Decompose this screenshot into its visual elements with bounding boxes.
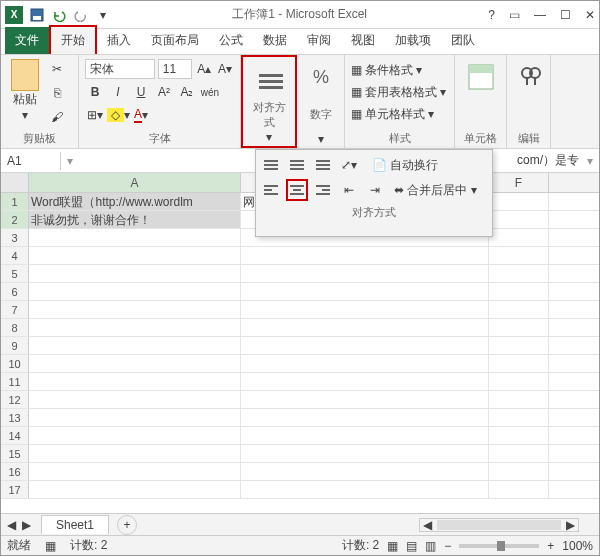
- cut-icon[interactable]: ✂: [47, 59, 67, 79]
- horizontal-scrollbar[interactable]: ◀ ▶: [419, 518, 579, 532]
- save-icon[interactable]: [29, 7, 45, 23]
- cell[interactable]: [29, 319, 241, 336]
- cell[interactable]: [489, 391, 549, 408]
- cell[interactable]: [241, 445, 489, 462]
- copy-icon[interactable]: ⎘: [47, 83, 67, 103]
- help-icon[interactable]: ?: [488, 8, 495, 22]
- group-cells[interactable]: 单元格: [455, 55, 507, 148]
- cell[interactable]: [489, 301, 549, 318]
- cell[interactable]: [489, 193, 549, 210]
- cell[interactable]: [241, 391, 489, 408]
- number-dropdown-icon[interactable]: ▾: [303, 132, 338, 146]
- qat-dropdown-icon[interactable]: ▾: [95, 7, 111, 23]
- sheet-nav-prev-icon[interactable]: ◀: [7, 518, 16, 532]
- cell[interactable]: [241, 481, 489, 498]
- row-header[interactable]: 14: [1, 427, 29, 444]
- align-middle-icon[interactable]: [286, 154, 308, 176]
- cell[interactable]: 非诚勿扰，谢谢合作！: [29, 211, 241, 228]
- cell[interactable]: [489, 265, 549, 282]
- tab-insert[interactable]: 插入: [97, 27, 141, 54]
- name-box[interactable]: A1: [1, 152, 61, 170]
- subscript-button[interactable]: A₂: [177, 82, 197, 102]
- underline-button[interactable]: U: [131, 82, 151, 102]
- cell[interactable]: [489, 427, 549, 444]
- cell[interactable]: [29, 301, 241, 318]
- paste-dropdown-icon[interactable]: ▾: [7, 108, 43, 122]
- cell[interactable]: [489, 283, 549, 300]
- sheet-nav-next-icon[interactable]: ▶: [22, 518, 31, 532]
- format-painter-icon[interactable]: 🖌: [47, 107, 67, 127]
- row-header[interactable]: 16: [1, 463, 29, 480]
- cell[interactable]: [29, 247, 241, 264]
- add-sheet-button[interactable]: +: [117, 515, 137, 535]
- cell[interactable]: [241, 301, 489, 318]
- close-icon[interactable]: ✕: [585, 8, 595, 22]
- row-header[interactable]: 9: [1, 337, 29, 354]
- merge-center-button[interactable]: ⬌ 合并后居中 ▾: [394, 182, 477, 199]
- view-pagebreak-icon[interactable]: ▥: [425, 539, 436, 553]
- cell[interactable]: [241, 355, 489, 372]
- row-header[interactable]: 5: [1, 265, 29, 282]
- conditional-format-button[interactable]: ▦条件格式▾: [351, 59, 448, 81]
- tab-review[interactable]: 审阅: [297, 27, 341, 54]
- zoom-level[interactable]: 100%: [562, 539, 593, 553]
- orientation-icon[interactable]: ⤢▾: [338, 154, 360, 176]
- align-bottom-icon[interactable]: [312, 154, 334, 176]
- cell[interactable]: [241, 373, 489, 390]
- cell[interactable]: [241, 409, 489, 426]
- align-right-icon[interactable]: [312, 179, 334, 201]
- fill-color-button[interactable]: ◇▾: [108, 105, 128, 125]
- increase-font-icon[interactable]: A▴: [195, 59, 213, 79]
- align-top-icon[interactable]: [260, 154, 282, 176]
- cell[interactable]: [29, 409, 241, 426]
- cell[interactable]: [489, 247, 549, 264]
- tab-home[interactable]: 开始: [49, 25, 97, 54]
- namebox-dropdown-icon[interactable]: ▾: [61, 154, 79, 168]
- maximize-icon[interactable]: ☐: [560, 8, 571, 22]
- row-header[interactable]: 4: [1, 247, 29, 264]
- row-header[interactable]: 13: [1, 409, 29, 426]
- decrease-indent-icon[interactable]: ⇤: [338, 179, 360, 201]
- paste-button[interactable]: 粘贴 ▾: [7, 59, 43, 127]
- cell[interactable]: [489, 481, 549, 498]
- zoom-out-icon[interactable]: −: [444, 539, 451, 553]
- align-center-icon[interactable]: [286, 179, 308, 201]
- cell[interactable]: [29, 229, 241, 246]
- tab-formula[interactable]: 公式: [209, 27, 253, 54]
- cell[interactable]: [29, 373, 241, 390]
- select-all-corner[interactable]: [1, 173, 29, 192]
- row-header[interactable]: 2: [1, 211, 29, 228]
- col-header-A[interactable]: A: [29, 173, 241, 192]
- tab-file[interactable]: 文件: [5, 27, 49, 54]
- font-color-button[interactable]: A▾: [131, 105, 151, 125]
- cell[interactable]: [241, 427, 489, 444]
- cell[interactable]: [489, 355, 549, 372]
- cell[interactable]: Word联盟（http://www.wordlm: [29, 193, 241, 210]
- align-left-icon[interactable]: [260, 179, 282, 201]
- cell[interactable]: [241, 463, 489, 480]
- superscript-button[interactable]: A²: [154, 82, 174, 102]
- scroll-left-icon[interactable]: ◀: [420, 518, 435, 532]
- cell[interactable]: [489, 463, 549, 480]
- align-dropdown-icon[interactable]: ▾: [249, 130, 289, 144]
- cell[interactable]: [29, 337, 241, 354]
- view-normal-icon[interactable]: ▦: [387, 539, 398, 553]
- italic-button[interactable]: I: [108, 82, 128, 102]
- tab-layout[interactable]: 页面布局: [141, 27, 209, 54]
- row-header[interactable]: 8: [1, 319, 29, 336]
- font-name-select[interactable]: 宋体: [85, 59, 155, 79]
- minimize-icon[interactable]: —: [534, 8, 546, 22]
- zoom-slider[interactable]: [459, 544, 539, 548]
- expand-formula-icon[interactable]: ▾: [587, 154, 599, 168]
- row-header[interactable]: 7: [1, 301, 29, 318]
- tab-view[interactable]: 视图: [341, 27, 385, 54]
- cell[interactable]: [29, 355, 241, 372]
- status-macro-icon[interactable]: ▦: [45, 539, 56, 553]
- bold-button[interactable]: B: [85, 82, 105, 102]
- row-header[interactable]: 11: [1, 373, 29, 390]
- cell[interactable]: [29, 283, 241, 300]
- cell[interactable]: [29, 427, 241, 444]
- increase-indent-icon[interactable]: ⇥: [364, 179, 386, 201]
- row-header[interactable]: 6: [1, 283, 29, 300]
- cell[interactable]: [489, 319, 549, 336]
